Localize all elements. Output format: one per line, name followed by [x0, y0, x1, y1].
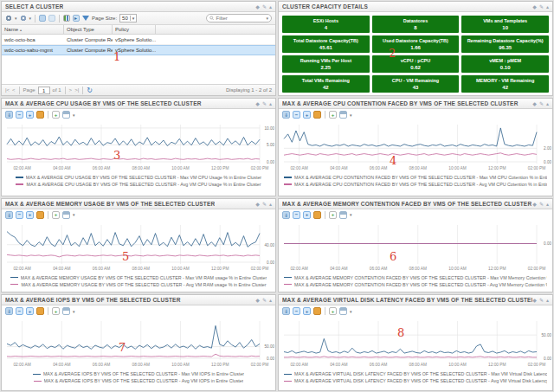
date-range-icon[interactable] [62, 307, 70, 315]
chevron-down-icon[interactable]: ▾ [350, 212, 352, 217]
collapse-icon[interactable]: ▴ [269, 3, 272, 10]
pin-icon[interactable]: ◆ [255, 100, 260, 106]
expand-icon[interactable]: + [52, 211, 60, 219]
edit-icon[interactable]: ✎ [262, 3, 267, 10]
panel-title: MAX & AVERAGE CPU USAGE BY VMS OF THE SE… [5, 100, 202, 106]
pin-icon[interactable]: ◆ [532, 100, 537, 106]
date-range-icon[interactable] [339, 211, 347, 219]
edit-icon[interactable]: ✎ [539, 100, 544, 106]
expand-icon[interactable]: + [329, 111, 337, 119]
page-size-select[interactable]: 50 ▾ [119, 14, 137, 22]
pin-icon[interactable]: ◆ [255, 3, 260, 10]
zoom-out-icon[interactable]: − [16, 307, 23, 315]
chevron-down-icon[interactable]: ▾ [350, 112, 352, 118]
open-in-icon[interactable] [73, 15, 80, 22]
page-input[interactable]: 1 [38, 87, 50, 94]
collapse-icon[interactable]: ▴ [546, 100, 549, 106]
edit-icon[interactable]: ✎ [262, 201, 267, 207]
date-range-icon[interactable] [339, 111, 347, 119]
line-chart[interactable]: 02:00 AM04:00 AM06:00 AM08:00 AM10:00 AM… [2, 317, 275, 370]
zoom-in-icon[interactable]: + [303, 307, 311, 315]
edit-icon[interactable]: ✎ [539, 201, 544, 207]
chevron-down-icon[interactable]: ▾ [350, 309, 352, 314]
zoom-out-icon[interactable]: − [293, 111, 300, 119]
export-icon[interactable]: ⇓ [282, 307, 290, 315]
collapse-icon[interactable]: ▴ [546, 297, 549, 303]
chevron-down-icon[interactable]: ▾ [29, 16, 32, 21]
edit-icon[interactable]: ✎ [539, 3, 544, 10]
chevron-down-icon[interactable]: ▾ [266, 16, 268, 21]
line-chart[interactable]: 02:00 AM04:00 AM06:00 AM08:00 AM10:00 AM… [279, 221, 552, 274]
collapse-icon[interactable]: ▴ [269, 100, 272, 106]
pan-icon[interactable] [36, 111, 44, 119]
date-range-icon[interactable] [62, 211, 70, 219]
chevron-down-icon[interactable]: ▾ [73, 212, 75, 217]
table-row[interactable]: wdc-octo-bca Cluster Compute Reso... vSp… [2, 35, 275, 45]
pin-icon[interactable]: ◆ [255, 297, 260, 303]
filter-input[interactable] [216, 16, 264, 21]
refresh-icon[interactable]: ↻ [87, 87, 93, 94]
zoom-in-icon[interactable]: + [26, 307, 34, 315]
chevron-down-icon[interactable]: ▾ [73, 112, 75, 118]
expand-icon[interactable]: + [52, 307, 60, 315]
pan-icon[interactable] [36, 307, 44, 315]
pan-icon[interactable] [36, 211, 44, 219]
expand-icon[interactable]: + [329, 211, 337, 219]
clear-selection-icon[interactable] [48, 15, 55, 22]
filter-funnel-icon[interactable] [82, 16, 89, 21]
chevron-down-icon[interactable]: ▾ [73, 309, 75, 314]
table-row-selected[interactable]: wdc-octo-sabu-mgmt Cluster Compute Reso.… [2, 45, 275, 55]
pin-icon[interactable]: ◆ [532, 297, 537, 303]
column-name[interactable]: Name▴ [2, 25, 64, 34]
zoom-out-icon[interactable]: − [293, 211, 300, 219]
gear-icon[interactable] [5, 15, 12, 22]
search-icon [209, 16, 214, 21]
zoom-out-icon[interactable]: − [16, 111, 23, 119]
dashboard-navigate-icon[interactable] [63, 15, 70, 22]
svg-text:04:00 AM: 04:00 AM [330, 363, 347, 367]
last-page-button[interactable]: >| [74, 87, 79, 93]
first-page-button[interactable]: |< [5, 87, 10, 93]
zoom-out-icon[interactable]: − [293, 307, 300, 315]
pan-icon[interactable] [313, 307, 321, 315]
pin-icon[interactable]: ◆ [255, 201, 260, 207]
pan-icon[interactable] [313, 111, 321, 119]
collapse-icon[interactable]: ▴ [269, 201, 272, 207]
pin-icon[interactable]: ◆ [532, 3, 537, 10]
tile-value: 43 [413, 85, 419, 90]
next-page-button[interactable]: > [69, 87, 73, 93]
column-object-type[interactable]: Object Type [64, 25, 113, 34]
collapse-icon[interactable]: ▴ [546, 201, 549, 207]
zoom-out-icon[interactable]: − [16, 211, 23, 219]
chevron-down-icon[interactable]: ▾ [15, 16, 17, 21]
line-chart[interactable]: 02:00 AM04:00 AM06:00 AM08:00 AM10:00 AM… [279, 317, 552, 370]
export-icon[interactable]: ⇓ [5, 307, 13, 315]
edit-icon[interactable]: ✎ [262, 100, 267, 106]
date-range-icon[interactable] [339, 307, 347, 315]
export-icon[interactable]: ⇓ [282, 111, 290, 119]
pan-icon[interactable] [313, 211, 321, 219]
expand-icon[interactable]: + [329, 307, 337, 315]
export-icon[interactable]: ⇓ [282, 211, 290, 219]
line-chart[interactable]: 02:00 AM04:00 AM06:00 AM08:00 AM10:00 AM… [2, 221, 275, 274]
date-range-icon[interactable] [62, 111, 70, 119]
collapse-icon[interactable]: ▴ [546, 3, 549, 10]
edit-icon[interactable]: ✎ [539, 297, 544, 303]
zoom-in-icon[interactable]: + [303, 211, 311, 219]
column-policy[interactable]: Policy [113, 25, 156, 34]
export-icon[interactable]: ⇓ [5, 211, 13, 219]
zoom-in-icon[interactable]: + [303, 111, 311, 119]
prev-page-button[interactable]: < [12, 87, 16, 93]
legend-item: MAX & AVERAGE IOPS BY VMS OF THE SELECTE… [7, 377, 270, 384]
multi-select-icon[interactable] [39, 15, 46, 22]
edit-icon[interactable]: ✎ [262, 297, 267, 303]
collapse-icon[interactable]: ▴ [269, 297, 272, 303]
expand-icon[interactable]: + [52, 111, 60, 119]
export-icon[interactable]: ⇓ [5, 111, 13, 119]
zoom-in-icon[interactable]: + [26, 111, 34, 119]
pin-icon[interactable]: ◆ [532, 201, 537, 207]
line-chart[interactable]: 02:00 AM04:00 AM06:00 AM08:00 AM10:00 AM… [2, 120, 275, 174]
zoom-in-icon[interactable]: + [26, 211, 34, 219]
actions-icon[interactable] [20, 15, 27, 22]
line-chart[interactable]: 02:00 AM04:00 AM06:00 AM08:00 AM10:00 AM… [279, 120, 552, 174]
